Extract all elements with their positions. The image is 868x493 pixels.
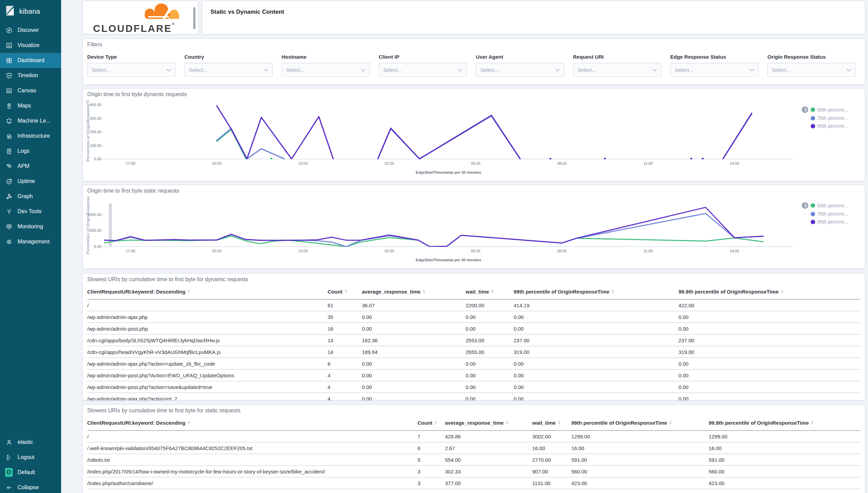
sort-icon[interactable]: ▲▼ bbox=[780, 289, 783, 294]
column-header-99-9th-percentile-of-originresponsetime[interactable]: 99.9th percentile of OriginResponseTime▲… bbox=[678, 289, 860, 295]
y-tick-label: 400.00 bbox=[83, 103, 101, 107]
sort-icon[interactable]: ▲▼ bbox=[187, 289, 190, 294]
sidebar-item-collapse[interactable]: Collapse bbox=[0, 480, 61, 493]
sort-icon[interactable]: ▲▼ bbox=[344, 289, 347, 294]
sort-icon[interactable]: ▲▼ bbox=[434, 421, 437, 425]
y-tick-mark bbox=[101, 159, 103, 160]
column-header-wait-time[interactable]: wait_time▲▼ bbox=[466, 289, 514, 295]
series-line-95th-percentile bbox=[723, 113, 752, 159]
legend-dot-95th-percentile[interactable] bbox=[811, 124, 815, 128]
sort-icon[interactable]: ▲▼ bbox=[506, 421, 509, 425]
series-line-75th-percentile bbox=[105, 214, 763, 247]
chart-legend: 50th percent...75th percent...95th perce… bbox=[802, 202, 848, 225]
column-header-wait-time[interactable]: wait_time▲▼ bbox=[532, 420, 571, 426]
sidebar-item-elastic[interactable]: elastic bbox=[0, 435, 61, 450]
legend-label-50th-percentile[interactable]: 50th percent... bbox=[817, 203, 848, 208]
request-uri-select[interactable]: Select... bbox=[573, 63, 661, 77]
sidebar-item-dashboard[interactable]: Dashboard bbox=[0, 53, 61, 68]
legend-label-75th-percentile[interactable]: 75th percent... bbox=[817, 211, 848, 217]
sidebar-item-logout[interactable]: Logout bbox=[0, 450, 61, 465]
legend-dot-50th-percentile[interactable] bbox=[811, 203, 815, 208]
sidebar-item-logs[interactable]: Logs bbox=[0, 144, 61, 159]
cell: 0.00 bbox=[466, 396, 514, 401]
kibana-logo[interactable]: kibana bbox=[0, 0, 61, 23]
column-header-average-response-time[interactable]: average_response_time▲▼ bbox=[362, 289, 466, 295]
sidebar-item-uptime[interactable]: Uptime bbox=[0, 174, 61, 189]
device-type-select[interactable]: Select... bbox=[87, 63, 175, 77]
user-agent-select[interactable]: Select... bbox=[476, 63, 564, 77]
legend-dot-75th-percentile[interactable] bbox=[811, 116, 815, 121]
sidebar-item-apm[interactable]: APM bbox=[0, 159, 61, 174]
column-header-99-9th-percentile-of-originresponsetime[interactable]: 99.9th percentile of OriginResponseTime▲… bbox=[709, 420, 860, 426]
edge-response-status-select[interactable]: Select... bbox=[670, 63, 758, 77]
cell: 16.00 bbox=[709, 445, 860, 451]
sort-icon[interactable]: ▲▼ bbox=[491, 289, 494, 294]
y-tick-label: 300.00 bbox=[83, 116, 101, 121]
client-ip-select[interactable]: Select... bbox=[379, 63, 467, 77]
column-header-clientrequesturi-keyword-descending[interactable]: ClientRequestURI.keyword: Descending▲▼ bbox=[87, 289, 328, 295]
sidebar-item-label: elastic bbox=[18, 439, 33, 445]
legend-expand-button[interactable] bbox=[802, 202, 808, 209]
sidebar-item-discover[interactable]: Discover bbox=[0, 23, 61, 38]
sidebar-item-monitoring[interactable]: Monitoring bbox=[0, 219, 61, 234]
cell: 1131.00 bbox=[532, 480, 571, 486]
legend-label-95th-percentile[interactable]: 95th percent... bbox=[817, 219, 848, 225]
x-tick-label: 08:00 bbox=[548, 161, 575, 165]
filter-request-uri: Request URISelect... bbox=[573, 54, 661, 77]
series-marker-95th-percentile bbox=[549, 158, 551, 159]
sidebar-item-management[interactable]: Management bbox=[0, 234, 61, 249]
hostname-select[interactable]: Select... bbox=[282, 63, 370, 77]
legend-dot-75th-percentile[interactable] bbox=[811, 212, 815, 216]
filter-origin-response-status: Origin Response StatusSelect... bbox=[767, 54, 856, 77]
legend-label-50th-percentile[interactable]: 50th percent... bbox=[817, 107, 848, 113]
select-placeholder: Select... bbox=[383, 67, 402, 73]
filter-label: Origin Response Status bbox=[767, 54, 856, 60]
sort-icon[interactable]: ▲▼ bbox=[612, 289, 614, 294]
x-axis-title: EdgeStartTimestamp per 30 minutes bbox=[103, 258, 793, 262]
sidebar-item-maps[interactable]: Maps bbox=[0, 98, 61, 113]
column-header-99th-percentile-of-originresponsetime[interactable]: 99th percentile of OriginResponseTime▲▼ bbox=[514, 289, 678, 295]
cell: 319.00 bbox=[514, 349, 678, 355]
legend-dot-50th-percentile[interactable] bbox=[811, 107, 815, 112]
sort-icon[interactable]: ▲▼ bbox=[187, 421, 190, 425]
legend-label-75th-percentile[interactable]: 75th percent... bbox=[817, 115, 848, 121]
legend-dot-95th-percentile[interactable] bbox=[811, 220, 815, 224]
table-header-row: ClientRequestURI.keyword: Descending▲▼Co… bbox=[87, 415, 860, 431]
column-header-99th-percentile-of-originresponsetime[interactable]: 99th percentile of OriginResponseTime▲▼ bbox=[571, 420, 709, 426]
legend-expand-button[interactable] bbox=[802, 106, 808, 113]
sidebar-item-visualize[interactable]: Visualize bbox=[0, 38, 61, 53]
column-header-clientrequesturi-keyword-descending[interactable]: ClientRequestURI.keyword: Descending▲▼ bbox=[87, 420, 418, 426]
sort-icon[interactable]: ▲▼ bbox=[423, 289, 425, 294]
sidebar-item-label: Visualize bbox=[18, 42, 39, 48]
sidebar-item-canvas[interactable]: Canvas bbox=[0, 83, 61, 98]
cell: 0.00 bbox=[678, 372, 860, 378]
series-marker-95th-percentile bbox=[690, 158, 692, 159]
sidebar-item-infrastructure[interactable]: Infrastructure bbox=[0, 128, 61, 144]
sidebar-item-dev-tools[interactable]: Dev Tools bbox=[0, 204, 61, 219]
sidebar-item-timelion[interactable]: Timelion bbox=[0, 68, 61, 83]
sort-icon[interactable]: ▲▼ bbox=[811, 421, 813, 425]
sidebar-item-default[interactable]: DDefault bbox=[0, 465, 61, 480]
column-header-count[interactable]: Count▲▼ bbox=[418, 420, 445, 426]
sort-icon[interactable]: ▲▼ bbox=[558, 421, 560, 425]
cell: 0.00 bbox=[514, 396, 678, 401]
filter-label: Request URI bbox=[573, 54, 661, 60]
country-select[interactable]: Select... bbox=[184, 63, 273, 77]
cloudflare-cloud-icon bbox=[134, 2, 186, 23]
logo-panel-scrollbar[interactable] bbox=[193, 7, 195, 29]
chart-plot-area[interactable] bbox=[103, 102, 793, 159]
cell: 4 bbox=[328, 384, 362, 390]
cell: 560.00 bbox=[571, 469, 709, 474]
column-header-count[interactable]: Count▲▼ bbox=[328, 289, 362, 295]
cell: 182.36 bbox=[362, 337, 466, 343]
chart-plot-area[interactable] bbox=[103, 204, 793, 247]
sidebar-item-machine-le[interactable]: Machine Le... bbox=[0, 113, 61, 128]
legend-label-95th-percentile[interactable]: 95th percent... bbox=[817, 123, 848, 129]
chevron-down-icon bbox=[361, 67, 365, 71]
cell: 0.00 bbox=[678, 326, 860, 332]
column-header-average-response-time[interactable]: average_response_time▲▼ bbox=[445, 420, 532, 426]
sort-icon[interactable]: ▲▼ bbox=[669, 421, 672, 425]
origin-response-status-select[interactable]: Select... bbox=[767, 63, 856, 77]
sidebar-item-graph[interactable]: Graph bbox=[0, 189, 61, 204]
cell: 0.00 bbox=[362, 361, 466, 367]
